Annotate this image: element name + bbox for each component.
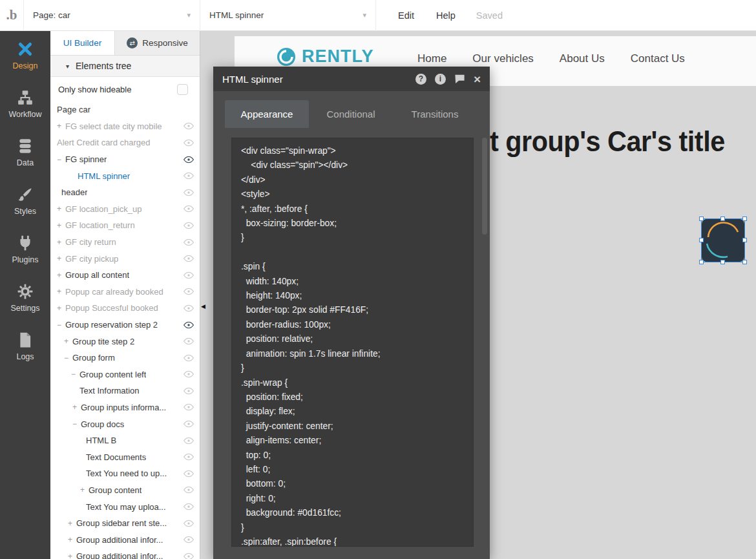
scrollbar-thumb[interactable] [482, 138, 487, 235]
collapse-minus-icon[interactable]: − [72, 419, 81, 428]
expand-plus-icon[interactable]: + [57, 254, 65, 263]
comment-icon[interactable] [454, 74, 465, 84]
tree-item-group-all-content[interactable]: +Group all content [50, 267, 200, 284]
tree-item-html-spinner[interactable]: HTML spinner [50, 167, 200, 184]
visibility-eye-icon[interactable] [184, 189, 194, 196]
selection-handle[interactable] [720, 216, 725, 221]
selected-spinner-element[interactable] [702, 219, 744, 262]
only-show-hideable-checkbox[interactable] [177, 84, 188, 95]
expand-plus-icon[interactable]: + [57, 238, 65, 247]
tree-item-gf-city-pickup[interactable]: +GF city pickup [50, 250, 200, 267]
selection-handle[interactable] [742, 238, 747, 242]
tree-item-fg-select-date-city-mobile[interactable]: +FG select date city mobile [50, 118, 200, 135]
tree-item-text-you-need-to-up[interactable]: Text You need to up... [50, 465, 200, 482]
nav-item-about-us[interactable]: About Us [560, 52, 605, 65]
expand-plus-icon[interactable]: + [68, 535, 76, 544]
selection-handle[interactable] [699, 216, 704, 221]
visibility-eye-icon[interactable] [184, 536, 194, 543]
visibility-eye-icon[interactable] [184, 520, 194, 527]
collapse-panel-arrow[interactable]: ◀ [201, 303, 205, 310]
selection-handle[interactable] [699, 238, 704, 242]
tree-item-group-sidebar-rent-ste[interactable]: +Group sidebar rent ste... [50, 515, 200, 532]
visibility-eye-icon[interactable] [184, 238, 194, 246]
selection-handle[interactable] [699, 260, 704, 264]
expand-plus-icon[interactable]: + [72, 403, 81, 412]
menu-edit[interactable]: Edit [398, 10, 414, 21]
tree-item-text-information[interactable]: Text Information [50, 383, 200, 399]
visibility-eye-icon[interactable] [184, 470, 194, 477]
expand-plus-icon[interactable]: + [64, 337, 72, 346]
expand-plus-icon[interactable]: + [68, 519, 76, 528]
expand-plus-icon[interactable]: + [57, 304, 65, 313]
visibility-eye-icon[interactable] [184, 173, 194, 180]
visibility-eye-icon[interactable] [184, 156, 194, 163]
visibility-eye-icon[interactable] [184, 222, 194, 229]
sidebar-item-logs[interactable]: Logs [0, 322, 50, 370]
collapse-minus-icon[interactable]: − [57, 155, 65, 164]
selection-handle[interactable] [742, 216, 747, 221]
sidebar-item-settings[interactable]: Settings [0, 273, 50, 322]
tree-item-group-additional-infor[interactable]: +Group additional infor... [50, 531, 200, 548]
visibility-eye-icon[interactable] [184, 503, 194, 511]
collapse-minus-icon[interactable]: − [71, 370, 79, 379]
nav-item-our-vehicles[interactable]: Our vehicles [472, 52, 533, 65]
expand-plus-icon[interactable]: + [68, 552, 76, 559]
visibility-eye-icon[interactable] [184, 206, 194, 213]
tab-ui-builder[interactable]: UI Builder [50, 31, 115, 55]
tree-item-fg-spinner[interactable]: −FG spinner [50, 151, 200, 168]
element-selector-dropdown[interactable]: HTML spinner ▾ [200, 0, 376, 31]
tree-item-page-car[interactable]: Page car [50, 101, 200, 118]
visibility-eye-icon[interactable] [184, 304, 194, 311]
nav-item-home[interactable]: Home [417, 52, 446, 65]
tree-item-gf-location-pick-up[interactable]: +GF location_pick_up [50, 201, 200, 218]
visibility-eye-icon[interactable] [184, 255, 194, 262]
dialog-titlebar[interactable]: HTML spinner ? i × [213, 67, 490, 91]
visibility-eye-icon[interactable] [184, 321, 194, 328]
tree-item-alert-credit-card-charged[interactable]: Alert Credit card charged [50, 134, 200, 151]
dialog-scrollbar[interactable] [482, 138, 487, 547]
tree-item-popup-car-already-booked[interactable]: +Popup car already booked [50, 284, 200, 301]
tree-item-group-additional-infor[interactable]: +Group additional infor... [50, 548, 200, 559]
tree-item-gf-city-return[interactable]: +GF city return [50, 234, 200, 251]
selection-handle[interactable] [720, 260, 725, 264]
nav-item-contact-us[interactable]: Contact Us [631, 52, 685, 65]
visibility-eye-icon[interactable] [184, 139, 194, 146]
collapse-minus-icon[interactable]: − [64, 353, 72, 363]
selection-handle[interactable] [742, 260, 747, 264]
tab-transitions[interactable]: Transitions [393, 100, 477, 128]
page-selector-dropdown[interactable]: Page: car ▾ [23, 0, 200, 31]
visibility-eye-icon[interactable] [184, 271, 194, 279]
expand-plus-icon[interactable]: + [57, 287, 65, 296]
sidebar-item-design[interactable]: Design [0, 31, 50, 79]
visibility-eye-icon[interactable] [184, 553, 194, 559]
tab-responsive[interactable]: ⇄ Responsive [115, 31, 200, 55]
expand-plus-icon[interactable]: + [57, 204, 65, 213]
expand-plus-icon[interactable]: + [80, 485, 89, 494]
expand-plus-icon[interactable]: + [57, 121, 65, 131]
visibility-eye-icon[interactable] [184, 338, 194, 345]
collapse-minus-icon[interactable]: − [57, 321, 65, 330]
tree-item-text-documents[interactable]: Text Documents [50, 448, 200, 465]
tree-item-group-content[interactable]: +Group content [50, 482, 200, 499]
visibility-eye-icon[interactable] [184, 421, 194, 428]
tree-item-group-content-left[interactable]: −Group content left [50, 366, 200, 383]
info-icon[interactable]: i [435, 74, 446, 85]
code-editor[interactable]: <div class="spin-wrap"> <div class="spin… [231, 138, 474, 547]
tree-item-text-you-may-uploa[interactable]: Text You may uploa... [50, 498, 200, 515]
sidebar-item-data[interactable]: Data [0, 128, 50, 176]
tree-item-group-reservation-step-2[interactable]: −Group reservation step 2 [50, 317, 200, 333]
help-icon[interactable]: ? [415, 74, 426, 85]
visibility-eye-icon[interactable] [184, 288, 194, 295]
visibility-eye-icon[interactable] [184, 487, 194, 494]
expand-plus-icon[interactable]: + [57, 271, 65, 280]
visibility-eye-icon[interactable] [184, 371, 194, 378]
bubble-logo[interactable]: .b [0, 0, 23, 31]
sidebar-item-workflow[interactable]: Workflow [0, 79, 50, 128]
visibility-eye-icon[interactable] [184, 437, 194, 444]
elements-tree-header[interactable]: ▾ Elements tree [50, 56, 200, 77]
visibility-eye-icon[interactable] [184, 387, 194, 394]
tree-item-popup-succesful-booked[interactable]: +Popup Succesful booked [50, 300, 200, 317]
tab-conditional[interactable]: Conditional [309, 100, 393, 128]
tree-item-group-inputs-informa[interactable]: +Group inputs informa... [50, 399, 200, 416]
sidebar-item-styles[interactable]: Styles [0, 176, 50, 225]
